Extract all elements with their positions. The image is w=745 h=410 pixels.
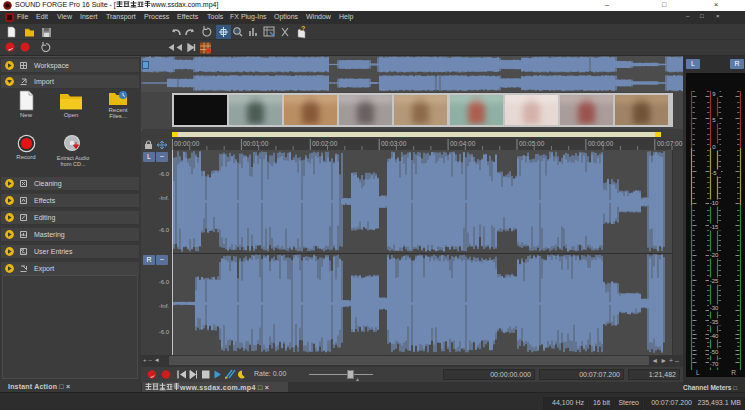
svg-text:?: ? (301, 25, 305, 32)
